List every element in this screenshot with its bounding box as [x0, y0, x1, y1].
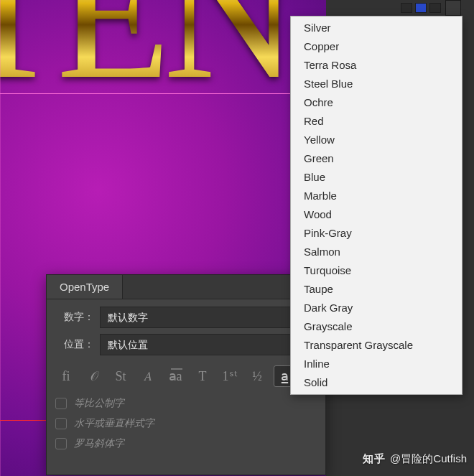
opentype-panel: OpenType 数字： 默认数字 位置： 默认位置 fi𝒪St𝐴a͞aT1ˢᵗ…: [46, 274, 326, 475]
zhihu-watermark: 知乎 @冒险的Cutfish: [363, 452, 467, 466]
titling-icon[interactable]: 𝐴: [137, 365, 159, 387]
dropdown-item[interactable]: Solid: [291, 373, 462, 392]
dropdown-item[interactable]: Wood: [291, 205, 462, 224]
material-dropdown-menu[interactable]: SilverCopperTerra RosaSteel BlueOchreRed…: [290, 16, 463, 395]
figure-style-label: 数字：: [55, 311, 94, 324]
dropdown-item[interactable]: Steel Blue: [291, 75, 462, 93]
dropdown-item[interactable]: Blue: [291, 168, 462, 187]
layer-swatch-row: [401, 3, 441, 13]
panel-tabbar: OpenType: [47, 275, 325, 299]
layer-swatch[interactable]: [429, 3, 441, 13]
canvas-edge-guide: [0, 0, 1, 476]
opentype-feature-row: fi𝒪St𝐴a͞aT1ˢᵗ½a̲: [55, 361, 317, 394]
dropdown-item[interactable]: Marble: [291, 187, 462, 205]
dropdown-item[interactable]: Green: [291, 149, 462, 168]
figure-style-select[interactable]: 默认数字: [100, 307, 317, 328]
dropdown-item[interactable]: Yellow: [291, 131, 462, 149]
position-label: 位置：: [55, 338, 94, 351]
layer-swatch[interactable]: [401, 3, 412, 13]
dropdown-item[interactable]: Transparent Grayscale: [291, 336, 462, 355]
dropdown-item[interactable]: Dark Gray: [291, 299, 462, 317]
dropdown-item[interactable]: Taupe: [291, 280, 462, 299]
layer-swatch-active[interactable]: [415, 3, 427, 13]
checkbox-icon[interactable]: [55, 398, 67, 409]
dropdown-item[interactable]: Terra Rosa: [291, 56, 462, 75]
smallcaps-icon[interactable]: T: [192, 365, 213, 387]
fractions-icon[interactable]: ½: [246, 365, 268, 387]
checkbox-label: 水平或垂直样式字: [74, 417, 154, 430]
stylistic-icon[interactable]: St: [110, 365, 131, 387]
opentype-checkbox-item[interactable]: 水平或垂直样式字: [55, 417, 317, 430]
position-select[interactable]: 默认位置: [100, 334, 317, 355]
dropdown-item[interactable]: Grayscale: [291, 317, 462, 336]
dropdown-item[interactable]: Salmon: [291, 243, 462, 261]
opentype-checkbox-item[interactable]: 罗马斜体字: [55, 437, 317, 450]
dropdown-item[interactable]: Inline: [291, 355, 462, 373]
opentype-checkbox-list: 等比公制字水平或垂直样式字罗马斜体字: [55, 394, 317, 450]
dropdown-item[interactable]: Pink-Gray: [291, 224, 462, 243]
dropdown-item[interactable]: Silver: [291, 19, 462, 37]
color-swatch-dark[interactable]: [445, 0, 461, 16]
checkbox-icon[interactable]: [55, 418, 67, 429]
dropdown-item[interactable]: Turquoise: [291, 261, 462, 280]
ligatures-icon[interactable]: fi: [55, 365, 77, 387]
checkbox-icon[interactable]: [55, 438, 67, 449]
tab-opentype[interactable]: OpenType: [47, 275, 123, 299]
swash-icon[interactable]: 𝒪: [83, 365, 104, 387]
gold-3d-text: TEN: [0, 0, 291, 121]
dropdown-item[interactable]: Copper: [291, 37, 462, 56]
ordinals-icon[interactable]: 1ˢᵗ: [219, 365, 241, 387]
dropdown-item[interactable]: Ochre: [291, 93, 462, 112]
zhihu-logo: 知乎: [363, 452, 386, 466]
contextual-icon[interactable]: a͞a: [164, 365, 186, 387]
type-baseline-guide: [0, 93, 326, 94]
checkbox-label: 等比公制字: [74, 397, 124, 410]
opentype-checkbox-item[interactable]: 等比公制字: [55, 397, 317, 410]
dropdown-item[interactable]: Red: [291, 112, 462, 131]
checkbox-label: 罗马斜体字: [74, 437, 124, 450]
watermark-text: @冒险的Cutfish: [390, 452, 467, 466]
